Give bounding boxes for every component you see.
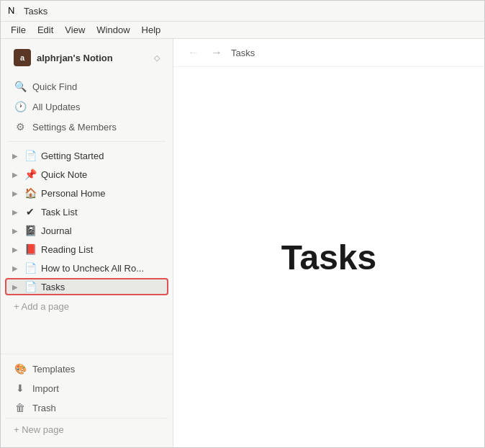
workspace-avatar: a — [14, 49, 31, 66]
nav-arrow-icon: ▶ — [11, 246, 19, 254]
page-title: Tasks — [281, 238, 377, 277]
book-icon: 📕 — [24, 243, 37, 255]
top-bar: ← → Tasks — [173, 39, 484, 67]
nav-arrow-icon: ▶ — [11, 171, 19, 179]
workspace-name: alphrjan's Notion — [37, 53, 148, 63]
menu-view[interactable]: View — [60, 23, 89, 37]
nav-arrow-icon: ▶ — [11, 208, 19, 216]
back-button[interactable]: ← — [185, 45, 202, 61]
nav-item-task-list[interactable]: ▶ ✔ Task List — [5, 203, 168, 220]
sidebar: a alphrjan's Notion ◇ 🔍 Quick Find 🕐 All… — [1, 39, 173, 447]
nav-arrow-icon: ▶ — [11, 283, 19, 291]
nav-item-journal-label: Journal — [41, 225, 163, 236]
nav-item-tasks[interactable]: ▶ 📄 Tasks — [5, 278, 168, 295]
page-content: Tasks — [173, 67, 484, 447]
nav-item-quick-note-label: Quick Note — [41, 169, 163, 180]
sidebar-trash[interactable]: 🗑 Trash — [5, 398, 168, 417]
title-bar-text: Tasks — [24, 6, 47, 17]
nav-item-tasks-label: Tasks — [41, 282, 163, 292]
menu-file[interactable]: File — [6, 23, 30, 37]
menu-bar: File Edit View Window Help — [1, 22, 484, 39]
sidebar-import[interactable]: ⬇ Import — [5, 379, 168, 398]
add-page-label: + Add a page — [14, 301, 69, 312]
sidebar-quick-find[interactable]: 🔍 Quick Find — [5, 77, 168, 96]
import-icon: ⬇ — [14, 382, 27, 394]
sidebar-settings-label: Settings & Members — [32, 122, 117, 133]
sidebar-settings[interactable]: ⚙ Settings & Members — [5, 117, 168, 136]
gear-icon: ⚙ — [14, 121, 27, 133]
nav-item-how-to-label: How to Uncheck All Ro... — [41, 263, 163, 274]
workspace-chevron-icon: ◇ — [154, 53, 160, 63]
sidebar-all-updates[interactable]: 🕐 All Updates — [5, 97, 168, 116]
page-icon: 📄 — [24, 281, 37, 292]
nav-item-reading-list-label: Reading List — [41, 244, 163, 255]
main-content: ← → Tasks Tasks — [173, 39, 484, 447]
page-icon: 📄 — [24, 262, 37, 274]
sidebar-bottom: 🎨 Templates ⬇ Import 🗑 Trash + New page — [1, 354, 173, 442]
sidebar-trash-label: Trash — [32, 403, 56, 413]
templates-icon: 🎨 — [14, 363, 27, 375]
forward-button[interactable]: → — [208, 45, 225, 61]
new-page-button[interactable]: + New page — [5, 418, 168, 441]
add-page-button[interactable]: + Add a page — [5, 297, 168, 315]
nav-item-personal-home[interactable]: ▶ 🏠 Personal Home — [5, 184, 168, 202]
new-page-label: + New page — [14, 424, 64, 435]
nav-arrow-icon: ▶ — [11, 264, 19, 272]
sidebar-templates-label: Templates — [32, 364, 75, 375]
sidebar-quick-find-label: Quick Find — [32, 81, 77, 92]
sidebar-divider-1 — [8, 141, 166, 142]
clock-icon: 🕐 — [14, 101, 27, 112]
nav-arrow-icon: ▶ — [11, 227, 19, 235]
trash-icon: 🗑 — [14, 402, 27, 413]
pin-icon: 📌 — [24, 169, 37, 180]
title-bar: N Tasks — [1, 1, 484, 22]
workspace-header[interactable]: a alphrjan's Notion ◇ — [5, 42, 168, 73]
breadcrumb: Tasks — [231, 48, 255, 58]
nav-item-personal-home-label: Personal Home — [41, 188, 163, 199]
home-icon: 🏠 — [24, 187, 37, 199]
nav-item-reading-list[interactable]: ▶ 📕 Reading List — [5, 241, 168, 258]
nav-arrow-icon: ▶ — [11, 152, 19, 160]
sidebar-templates[interactable]: 🎨 Templates — [5, 359, 168, 378]
sidebar-import-label: Import — [32, 383, 59, 394]
nav-item-how-to[interactable]: ▶ 📄 How to Uncheck All Ro... — [5, 259, 168, 277]
page-icon: 📄 — [24, 150, 37, 161]
check-icon: ✔ — [24, 206, 37, 218]
nav-item-quick-note[interactable]: ▶ 📌 Quick Note — [5, 166, 168, 183]
nav-item-task-list-label: Task List — [41, 207, 163, 218]
menu-help[interactable]: Help — [137, 23, 166, 37]
nav-item-journal[interactable]: ▶ 📓 Journal — [5, 222, 168, 239]
nav-item-getting-started-label: Getting Started — [41, 151, 163, 161]
menu-window[interactable]: Window — [92, 23, 134, 37]
nav-item-getting-started[interactable]: ▶ 📄 Getting Started — [5, 147, 168, 164]
nav-arrow-icon: ▶ — [11, 189, 19, 197]
app-layout: a alphrjan's Notion ◇ 🔍 Quick Find 🕐 All… — [1, 39, 484, 447]
menu-edit[interactable]: Edit — [33, 23, 58, 37]
app-icon: N — [8, 5, 19, 17]
sidebar-all-updates-label: All Updates — [32, 102, 80, 112]
search-icon: 🔍 — [14, 81, 27, 92]
journal-icon: 📓 — [24, 225, 37, 236]
